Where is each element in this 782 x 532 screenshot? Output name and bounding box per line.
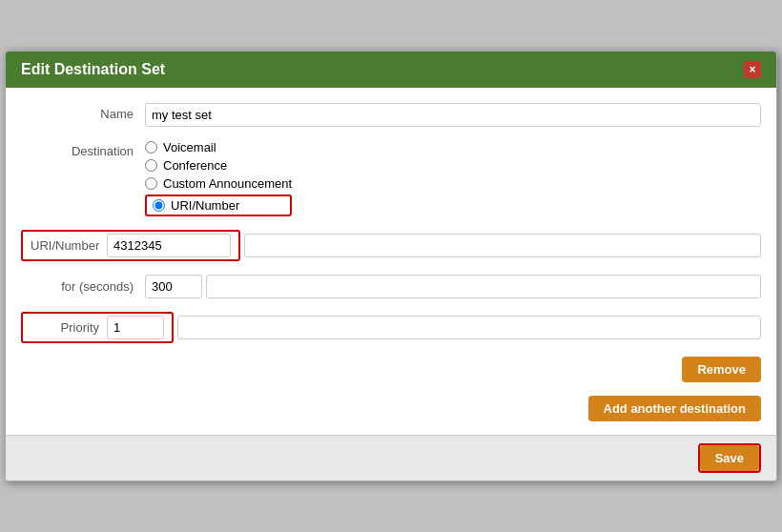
priority-input[interactable] [107,316,164,339]
custom-announcement-label: Custom Announcement [163,176,292,191]
close-button[interactable]: × [744,61,761,78]
save-button[interactable]: Save [700,445,759,471]
uri-input[interactable] [107,234,231,257]
uri-number-highlighted: URI/Number [145,194,292,216]
conference-radio[interactable] [145,159,157,172]
voicemail-option[interactable]: Voicemail [145,140,292,154]
name-input[interactable] [145,103,761,127]
uri-label-box: URI/Number [21,230,240,261]
remove-button[interactable]: Remove [682,357,761,382]
seconds-input-cell [145,275,761,298]
conference-label: Conference [163,158,227,173]
destination-row: Destination Voicemail Conference Custom … [21,140,761,216]
voicemail-label: Voicemail [163,140,216,154]
priority-label: Priority [31,320,107,335]
save-button-box: Save [698,443,761,473]
voicemail-radio[interactable] [145,141,157,153]
name-row: Name [21,103,761,127]
conference-option[interactable]: Conference [145,158,292,173]
priority-extra-input[interactable] [177,316,761,339]
dialog-title: Edit Destination Set [21,61,165,78]
seconds-row: for (seconds) [21,275,761,298]
priority-label-box: Priority [21,312,174,343]
add-destination-button[interactable]: Add another destination [588,396,762,421]
seconds-label: for (seconds) [21,279,145,294]
uri-label: URI/Number [31,238,107,253]
seconds-input[interactable] [145,275,202,298]
edit-destination-set-dialog: Edit Destination Set × Name Destination … [5,51,777,481]
dialog-header: Edit Destination Set × [6,51,776,88]
destination-radio-group: Voicemail Conference Custom Announcement… [145,140,292,216]
remove-row: Remove [21,357,761,382]
priority-row: Priority [21,312,761,343]
uri-number-radio[interactable] [153,199,165,212]
add-destination-row: Add another destination [21,396,761,421]
custom-announcement-radio[interactable] [145,177,157,190]
uri-extra-input[interactable] [244,234,761,257]
destination-label: Destination [21,140,145,158]
name-label: Name [21,103,145,121]
uri-number-row: URI/Number [21,230,761,261]
uri-number-radio-label: URI/Number [171,198,239,213]
custom-announcement-option[interactable]: Custom Announcement [145,176,292,191]
dialog-footer: Save [6,435,776,481]
seconds-extra-input[interactable] [206,275,761,298]
dialog-body: Name Destination Voicemail Conference Cu… [6,88,776,435]
